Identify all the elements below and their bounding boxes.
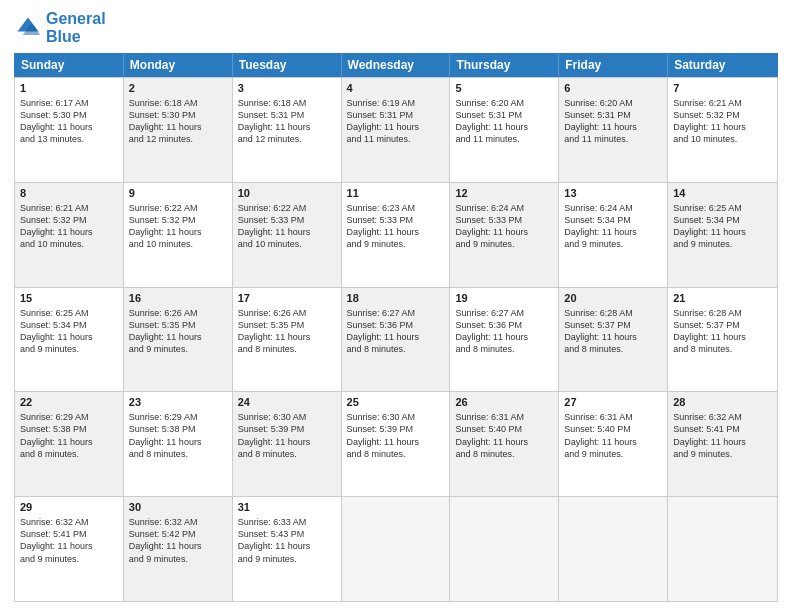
day-info-line: Daylight: 11 hours xyxy=(129,540,227,552)
day-info-line: and 8 minutes. xyxy=(455,343,553,355)
day-info-line: Daylight: 11 hours xyxy=(673,226,772,238)
day-info-line: Sunset: 5:37 PM xyxy=(564,319,662,331)
cal-cell-empty xyxy=(668,497,777,601)
day-info-line: Sunrise: 6:23 AM xyxy=(347,202,445,214)
day-info-line: Daylight: 11 hours xyxy=(564,226,662,238)
cal-cell-8: 8Sunrise: 6:21 AMSunset: 5:32 PMDaylight… xyxy=(15,183,124,287)
day-info-line: Daylight: 11 hours xyxy=(129,121,227,133)
day-number: 10 xyxy=(238,186,336,201)
day-info-line: Daylight: 11 hours xyxy=(673,121,772,133)
day-info-line: Sunrise: 6:32 AM xyxy=(673,411,772,423)
cal-cell-17: 17Sunrise: 6:26 AMSunset: 5:35 PMDayligh… xyxy=(233,288,342,392)
day-info-line: Sunset: 5:40 PM xyxy=(455,423,553,435)
day-number: 12 xyxy=(455,186,553,201)
day-info-line: Sunset: 5:30 PM xyxy=(129,109,227,121)
day-info-line: Sunrise: 6:33 AM xyxy=(238,516,336,528)
cal-cell-empty xyxy=(559,497,668,601)
cal-cell-28: 28Sunrise: 6:32 AMSunset: 5:41 PMDayligh… xyxy=(668,392,777,496)
day-info-line: Sunset: 5:32 PM xyxy=(673,109,772,121)
day-info-line: and 8 minutes. xyxy=(455,448,553,460)
day-info-line: and 8 minutes. xyxy=(564,343,662,355)
day-info-line: Sunrise: 6:28 AM xyxy=(673,307,772,319)
day-info-line: Sunrise: 6:31 AM xyxy=(455,411,553,423)
header-cell-wednesday: Wednesday xyxy=(342,54,451,76)
day-info-line: Sunset: 5:35 PM xyxy=(129,319,227,331)
day-info-line: Sunrise: 6:25 AM xyxy=(673,202,772,214)
day-info-line: Daylight: 11 hours xyxy=(673,436,772,448)
day-info-line: and 9 minutes. xyxy=(564,238,662,250)
day-info-line: Sunrise: 6:19 AM xyxy=(347,97,445,109)
day-number: 11 xyxy=(347,186,445,201)
day-info-line: Sunrise: 6:18 AM xyxy=(129,97,227,109)
day-info-line: Daylight: 11 hours xyxy=(455,436,553,448)
day-info-line: and 9 minutes. xyxy=(564,448,662,460)
day-number: 18 xyxy=(347,291,445,306)
day-info-line: Sunrise: 6:20 AM xyxy=(564,97,662,109)
header-cell-friday: Friday xyxy=(559,54,668,76)
day-info-line: and 10 minutes. xyxy=(238,238,336,250)
day-number: 24 xyxy=(238,395,336,410)
day-number: 19 xyxy=(455,291,553,306)
day-number: 1 xyxy=(20,81,118,96)
page: General Blue SundayMondayTuesdayWednesda… xyxy=(0,0,792,612)
day-info-line: Sunrise: 6:20 AM xyxy=(455,97,553,109)
day-info-line: and 9 minutes. xyxy=(129,343,227,355)
day-number: 27 xyxy=(564,395,662,410)
day-info-line: Sunset: 5:41 PM xyxy=(673,423,772,435)
header-cell-tuesday: Tuesday xyxy=(233,54,342,76)
day-info-line: Sunrise: 6:28 AM xyxy=(564,307,662,319)
day-info-line: Sunrise: 6:29 AM xyxy=(129,411,227,423)
week-row-1: 1Sunrise: 6:17 AMSunset: 5:30 PMDaylight… xyxy=(15,77,777,182)
cal-cell-2: 2Sunrise: 6:18 AMSunset: 5:30 PMDaylight… xyxy=(124,78,233,182)
day-info-line: Sunset: 5:31 PM xyxy=(564,109,662,121)
header-cell-monday: Monday xyxy=(124,54,233,76)
day-info-line: Sunrise: 6:26 AM xyxy=(238,307,336,319)
day-info-line: Sunrise: 6:17 AM xyxy=(20,97,118,109)
cal-cell-21: 21Sunrise: 6:28 AMSunset: 5:37 PMDayligh… xyxy=(668,288,777,392)
day-info-line: Sunrise: 6:25 AM xyxy=(20,307,118,319)
day-info-line: Sunset: 5:30 PM xyxy=(20,109,118,121)
cal-cell-12: 12Sunrise: 6:24 AMSunset: 5:33 PMDayligh… xyxy=(450,183,559,287)
day-info-line: Sunset: 5:41 PM xyxy=(20,528,118,540)
cal-cell-empty xyxy=(342,497,451,601)
day-info-line: and 10 minutes. xyxy=(20,238,118,250)
day-info-line: Sunrise: 6:27 AM xyxy=(455,307,553,319)
day-info-line: Sunset: 5:34 PM xyxy=(673,214,772,226)
cal-cell-10: 10Sunrise: 6:22 AMSunset: 5:33 PMDayligh… xyxy=(233,183,342,287)
cal-cell-23: 23Sunrise: 6:29 AMSunset: 5:38 PMDayligh… xyxy=(124,392,233,496)
cal-cell-18: 18Sunrise: 6:27 AMSunset: 5:36 PMDayligh… xyxy=(342,288,451,392)
logo-text: General Blue xyxy=(46,10,106,45)
day-info-line: Sunrise: 6:26 AM xyxy=(129,307,227,319)
day-info-line: and 11 minutes. xyxy=(564,133,662,145)
day-info-line: Daylight: 11 hours xyxy=(455,121,553,133)
day-number: 23 xyxy=(129,395,227,410)
day-number: 17 xyxy=(238,291,336,306)
day-info-line: Daylight: 11 hours xyxy=(347,226,445,238)
cal-cell-empty xyxy=(450,497,559,601)
day-info-line: Sunrise: 6:32 AM xyxy=(20,516,118,528)
day-info-line: and 9 minutes. xyxy=(238,553,336,565)
day-number: 30 xyxy=(129,500,227,515)
day-info-line: and 8 minutes. xyxy=(673,343,772,355)
day-info-line: Sunrise: 6:31 AM xyxy=(564,411,662,423)
calendar-header: SundayMondayTuesdayWednesdayThursdayFrid… xyxy=(14,53,778,77)
day-info-line: Daylight: 11 hours xyxy=(455,331,553,343)
day-number: 26 xyxy=(455,395,553,410)
cal-cell-24: 24Sunrise: 6:30 AMSunset: 5:39 PMDayligh… xyxy=(233,392,342,496)
day-info-line: Daylight: 11 hours xyxy=(20,436,118,448)
cal-cell-22: 22Sunrise: 6:29 AMSunset: 5:38 PMDayligh… xyxy=(15,392,124,496)
cal-cell-11: 11Sunrise: 6:23 AMSunset: 5:33 PMDayligh… xyxy=(342,183,451,287)
cal-cell-15: 15Sunrise: 6:25 AMSunset: 5:34 PMDayligh… xyxy=(15,288,124,392)
day-info-line: Sunrise: 6:21 AM xyxy=(673,97,772,109)
week-row-5: 29Sunrise: 6:32 AMSunset: 5:41 PMDayligh… xyxy=(15,496,777,601)
day-info-line: Sunset: 5:42 PM xyxy=(129,528,227,540)
day-info-line: Sunset: 5:36 PM xyxy=(347,319,445,331)
day-info-line: Sunset: 5:34 PM xyxy=(564,214,662,226)
header-cell-sunday: Sunday xyxy=(15,54,124,76)
day-info-line: and 8 minutes. xyxy=(347,448,445,460)
day-number: 8 xyxy=(20,186,118,201)
day-number: 6 xyxy=(564,81,662,96)
cal-cell-13: 13Sunrise: 6:24 AMSunset: 5:34 PMDayligh… xyxy=(559,183,668,287)
day-info-line: Sunrise: 6:21 AM xyxy=(20,202,118,214)
calendar-body: 1Sunrise: 6:17 AMSunset: 5:30 PMDaylight… xyxy=(14,77,778,602)
